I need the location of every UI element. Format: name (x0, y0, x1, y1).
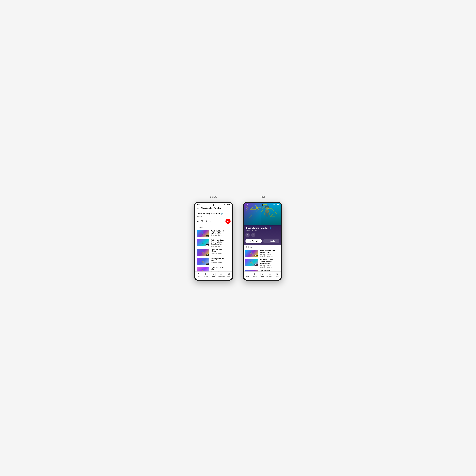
after-header-image: 🧍 ← ⊟ ⌕ ⋮ (244, 203, 281, 226)
before-playlist-actions: ⇌ ⊞ ⬇ ↗ ▶ (197, 219, 231, 224)
before-skater-5: 🛼 (201, 269, 205, 272)
before-video-item-3[interactable]: 🛼 0:11 Light Up Roller Skates Dominique … (195, 248, 232, 257)
after-shuffle-icon: ⇌ (267, 240, 269, 242)
before-column: Before 1:07 ⊠ ✦ ◢ ◢ ▊ ← Disco Skating Pa… (194, 195, 233, 281)
before-more-4[interactable]: ⋮ (228, 258, 231, 261)
before-more-1[interactable]: ⋮ (228, 230, 231, 233)
before-search-icon[interactable]: ⌕ (223, 207, 226, 210)
before-duration-4: 0:03 (206, 263, 209, 265)
before-phone: 1:07 ⊠ ✦ ◢ ◢ ▊ ← Disco Skating Paradise … (194, 202, 233, 281)
after-globe-icon: 🌐 (270, 227, 272, 229)
before-skater-4: 🛼 (201, 260, 205, 263)
after-shorts-icon: ▶ (254, 272, 256, 275)
after-cast-icon[interactable]: ⊟ (267, 207, 270, 210)
before-play-fab-icon: ▶ (227, 220, 229, 222)
after-video-item-2[interactable]: 🛼 0:11 Roller Disco Oasis - Your Fave Ro… (244, 258, 281, 269)
before-video-count: 15 videos (195, 226, 232, 229)
after-nav-add[interactable]: + (259, 273, 266, 277)
before-title-5: My Favorite Skate Rink (211, 267, 226, 271)
after-search-icon[interactable]: ⌕ (272, 207, 275, 210)
before-more-5[interactable]: ⋮ (228, 267, 231, 270)
before-info-3: Light Up Roller Skates Dominique Brown (211, 249, 226, 255)
before-nav-library[interactable]: ▣ Library (225, 272, 232, 277)
before-playlist-header: Disco Skating Paradise 🔗 Dominiqu… ⇌ ⊞ ⬇… (195, 211, 232, 226)
page-wrapper: Before 1:07 ⊠ ✦ ◢ ◢ ▊ ← Disco Skating Pa… (194, 195, 282, 281)
before-back-button[interactable]: ← (197, 207, 199, 210)
before-more-2[interactable]: ⋮ (228, 239, 231, 242)
after-more-1[interactable]: ⋮ (277, 250, 279, 253)
before-duration-2: 0:11 (206, 244, 209, 246)
after-share-action[interactable]: ↗ (251, 233, 255, 237)
after-status-icons: ⊙ ✦ ◢ ◢ ▊ (273, 204, 279, 205)
after-playlist-title-text: Disco Skating Paradise (245, 227, 269, 229)
before-shuffle-action[interactable]: ⇌ (197, 220, 199, 222)
before-share-action[interactable]: ↗ (209, 220, 211, 222)
before-add-action[interactable]: ⊞ (201, 220, 203, 222)
after-thumb-1: 🛼 0:11 (245, 250, 258, 257)
before-content: Disco Skating Paradise 🔗 Dominiqu… ⇌ ⊞ ⬇… (195, 211, 232, 272)
before-nav-add[interactable]: + (210, 273, 218, 277)
after-meta-1: 15 views • 2 weeks ago (260, 255, 275, 257)
before-title-3: Light Up Roller Skates (211, 249, 226, 253)
before-nav-subscriptions[interactable]: ▤ Subscriptions (217, 272, 225, 277)
before-shorts-icon: ▶ (205, 272, 207, 275)
before-home-icon: ⌂ (198, 273, 199, 275)
before-video-list: 🛼 0:11 Watch Me Skate With My New LEDs D… (195, 229, 232, 272)
before-skater-3: 🛼 (201, 251, 205, 254)
after-channel-2: Dominique Brown (260, 265, 275, 267)
after-playlist-channel: Dominique Brown (245, 230, 279, 232)
before-nav-title: Disco Skating Paradise (199, 207, 223, 209)
after-nav-icons: ⊟ ⌕ ⋮ (267, 207, 279, 210)
after-add-btn[interactable]: + (261, 273, 264, 277)
before-info-4: Hanging out at the rink Dominique Brown (211, 258, 226, 264)
before-nav-icons: ⌕ ⋮ (223, 207, 231, 210)
after-nav-library[interactable]: ▣ Library (274, 272, 281, 277)
after-play-all-button[interactable]: ▶ Play all (245, 239, 262, 243)
after-video-item-3[interactable]: 🛼 0:11 Light Up Roller Skates Dominique … (244, 269, 281, 272)
after-back-button[interactable]: ← (245, 207, 248, 210)
before-nav-bar: ← Disco Skating Paradise ⌕ ⋮ (195, 206, 232, 211)
after-nav-subscriptions[interactable]: ▤ Subscriptions (266, 272, 274, 277)
after-label: After (260, 195, 265, 198)
before-title-1: Watch Me Skate With My New LEDs (211, 230, 226, 234)
after-more-2[interactable]: ⋮ (277, 259, 279, 262)
before-bottom-nav: ⌂ Home ▶ Shorts + ▤ Subscriptions (195, 272, 232, 278)
before-nav-home[interactable]: ⌂ Home (195, 273, 202, 277)
after-home-label: Home (246, 275, 249, 277)
after-thumb-2: 🛼 0:11 (245, 259, 258, 266)
before-video-item-5[interactable]: 🛼 0:09 My Favorite Skate Rink Dominique … (195, 266, 232, 272)
after-shuffle-button[interactable]: ⇌ Shuffle (263, 239, 279, 243)
before-skater-1: 🛼 (201, 232, 205, 235)
after-play-label: Play all (252, 240, 257, 242)
after-status-time: 1:12 (246, 204, 248, 205)
before-more-3[interactable]: ⋮ (228, 249, 231, 252)
after-skater-icon-1: 🛼 (250, 252, 254, 255)
before-add-btn[interactable]: + (212, 273, 215, 277)
before-channel-4: Dominique Brown (211, 262, 226, 264)
after-bottom-nav: ⌂ Home ▶ Shorts + ▤ Subscriptions (244, 272, 281, 278)
after-add-action[interactable]: ⊞ (245, 233, 250, 237)
before-more-icon[interactable]: ⋮ (228, 207, 231, 210)
before-play-fab[interactable]: ▶ (225, 219, 231, 224)
after-shuffle-label: Shuffle (270, 240, 275, 242)
before-download-action[interactable]: ⬇ (205, 220, 207, 222)
after-lib-icon: ▣ (276, 272, 279, 275)
before-thumb-2: 🛼 0:11 (197, 239, 209, 246)
after-status-bar: 1:12 ⊙ ✦ ◢ ◢ ▊ (244, 203, 281, 206)
after-channel-1: Dominique Brown (260, 254, 275, 255)
after-shorts-label: Shorts (253, 275, 256, 277)
before-status-icons: ⊠ ✦ ◢ ◢ ▊ (224, 204, 230, 205)
before-nav-shorts[interactable]: ▶ Shorts (202, 272, 210, 277)
before-video-item-4[interactable]: 🛼 0:03 Hanging out at the rink Dominique… (195, 257, 232, 266)
after-column: After 1:12 ⊙ ✦ ◢ ◢ ▊ (243, 195, 282, 281)
after-nav-shorts[interactable]: ▶ Shorts (251, 272, 259, 277)
after-video-item-1[interactable]: 🛼 0:11 Watch Me Skate With My New LEDs D… (244, 249, 281, 258)
after-more-3[interactable]: ⋮ (277, 270, 279, 272)
after-nav-home[interactable]: ⌂ Home (244, 273, 251, 277)
after-playback-buttons: ▶ Play all ⇌ Shuffle (245, 239, 279, 243)
before-video-item-1[interactable]: 🛼 0:11 Watch Me Skate With My New LEDs D… (195, 229, 232, 238)
after-more-icon[interactable]: ⋮ (277, 207, 279, 210)
after-title-1: Watch Me Skate With My New LEDs (260, 250, 275, 254)
after-info-3: Light Up Roller Skates Dominique Brown 1… (260, 270, 275, 272)
before-video-item-2[interactable]: 🛼 0:11 Roller Disco Oasis - Your Fave Ro… (195, 238, 232, 248)
